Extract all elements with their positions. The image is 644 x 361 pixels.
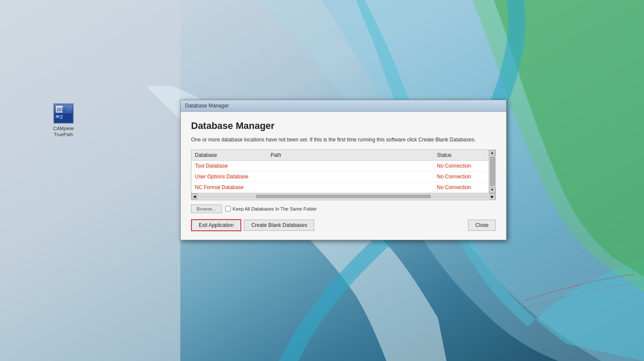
table-row: NC Format Database No Connection bbox=[191, 182, 489, 193]
col-header-status: Status bbox=[434, 150, 489, 161]
db-status-nc: No Connection bbox=[434, 182, 489, 193]
scroll-up-arrow[interactable]: ▲ bbox=[489, 150, 495, 156]
action-buttons: Exit Application Create Blank Databases … bbox=[191, 219, 496, 231]
database-table: Database Path Status Tool Database No Co… bbox=[191, 150, 489, 193]
db-path-nc bbox=[267, 182, 434, 193]
dialog-content: Database Manager One or more database lo… bbox=[181, 112, 506, 240]
db-name-tool: Tool Database bbox=[191, 160, 267, 171]
vertical-scrollbar[interactable]: ▲ ▼ bbox=[489, 150, 495, 193]
db-status-user: No Connection bbox=[434, 171, 489, 182]
browse-button[interactable]: Browse... bbox=[191, 205, 222, 213]
scroll-left-arrow[interactable]: ◀ bbox=[191, 193, 197, 199]
scroll-right-arrow[interactable]: ▶ bbox=[489, 193, 495, 199]
keep-same-folder-checkbox[interactable] bbox=[225, 206, 231, 211]
col-header-path: Path bbox=[267, 150, 434, 161]
db-path-tool bbox=[267, 160, 434, 171]
dialog-overlay: Database Manager Database Manager One or… bbox=[0, 0, 644, 361]
col-header-database: Database bbox=[191, 150, 267, 161]
scroll-thumb-h[interactable] bbox=[256, 195, 431, 198]
database-table-wrapper: Database Path Status Tool Database No Co… bbox=[191, 150, 496, 200]
db-name-user: User Options Database bbox=[191, 171, 267, 182]
dialog-titlebar-label: Database Manager bbox=[185, 103, 229, 109]
create-blank-databases-button[interactable]: Create Blank Databases bbox=[244, 220, 314, 231]
dialog-title: Database Manager bbox=[191, 120, 496, 132]
db-path-user bbox=[267, 171, 434, 182]
scroll-track-h bbox=[198, 195, 489, 198]
db-status-tool: No Connection bbox=[434, 160, 489, 171]
table-row: User Options Database No Connection bbox=[191, 171, 489, 182]
scroll-thumb-v[interactable] bbox=[490, 157, 495, 186]
bottom-controls: Browse... Keep All Databases In The Same… bbox=[191, 205, 496, 213]
table-row: Tool Database No Connection bbox=[191, 160, 489, 171]
exit-application-button[interactable]: Exit Application bbox=[191, 219, 241, 231]
scroll-down-arrow[interactable]: ▼ bbox=[489, 187, 495, 193]
horizontal-scrollbar[interactable]: ◀ ▶ bbox=[191, 193, 495, 200]
close-button[interactable]: Close bbox=[468, 220, 496, 231]
db-name-nc: NC Format Database bbox=[191, 182, 267, 193]
keep-same-folder-label[interactable]: Keep All Databases In The Same Folder bbox=[225, 206, 317, 211]
dialog-titlebar: Database Manager bbox=[181, 100, 506, 112]
table-header-row: Database Path Status bbox=[191, 150, 489, 161]
dialog-description: One or more database locations have not … bbox=[191, 136, 496, 144]
keep-same-folder-text: Keep All Databases In The Same Folder bbox=[233, 206, 317, 211]
database-manager-dialog: Database Manager Database Manager One or… bbox=[180, 100, 507, 240]
